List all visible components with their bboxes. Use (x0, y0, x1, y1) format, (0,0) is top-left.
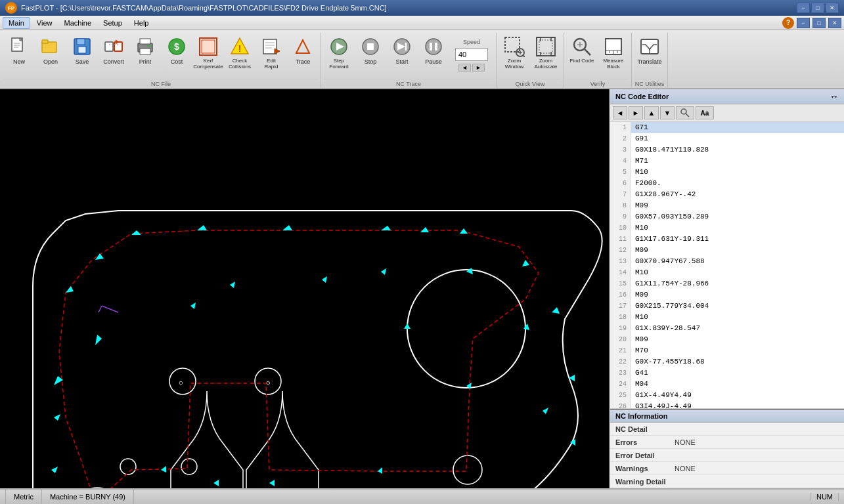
kerf-button[interactable]: KerfCompensate (193, 33, 223, 77)
nc-code-line[interactable]: 7G1X28.967Y-.42 (610, 189, 844, 200)
nc-code-line[interactable]: 9G0X57.093Y150.289 (610, 211, 844, 222)
nc-code-line[interactable]: 20M09 (610, 334, 844, 345)
check-collisions-button[interactable]: ! CheckCollisions (225, 33, 255, 77)
trace-button[interactable]: Trace (288, 33, 318, 77)
zoom-window-label: ZoomWindow (505, 58, 523, 70)
svg-text:$: $ (174, 41, 179, 52)
find-code-button[interactable]: Find Code (567, 33, 597, 77)
nc-redo-button[interactable]: ► (629, 106, 643, 119)
nc-up-button[interactable]: ▲ (644, 106, 659, 119)
nc-error-detail-label: Error Detail (615, 452, 675, 459)
speed-label: Speed (463, 39, 480, 45)
nc-code-line[interactable]: 8M09 (610, 200, 844, 211)
nc-line-number: 6 (610, 178, 631, 189)
nc-code-line[interactable]: 25G1X-4.49Y4.49 (610, 390, 844, 401)
svg-point-16 (148, 45, 150, 47)
nc-line-code: G1X11.754Y-28.966 (631, 278, 844, 289)
nc-line-code: M09 (631, 334, 844, 345)
nc-editor-pin[interactable]: ↔ (830, 91, 839, 102)
nc-code-line[interactable]: 24M04 (610, 379, 844, 390)
print-button[interactable]: Print (130, 33, 160, 77)
nc-code-line[interactable]: 1G71 (610, 122, 844, 133)
help-icon-button[interactable]: ? (782, 17, 794, 29)
nc-find-button[interactable] (676, 106, 694, 119)
cost-label: Cost (171, 58, 183, 66)
stop-button[interactable]: Stop (355, 33, 386, 77)
nc-case-button[interactable]: Aa (696, 106, 714, 119)
menu-help[interactable]: Help (129, 18, 154, 28)
cost-button[interactable]: $ Cost (162, 33, 192, 77)
check-collisions-icon: ! (229, 36, 250, 57)
verify-buttons: Find Code MeasureBlock (567, 33, 629, 77)
svg-rect-8 (77, 39, 85, 45)
nc-code-line[interactable]: 10M10 (610, 222, 844, 234)
menu-minimize-button[interactable]: − (797, 18, 810, 28)
nc-down-button[interactable]: ▼ (660, 106, 675, 119)
open-button[interactable]: Open (35, 33, 66, 77)
close-button[interactable]: ✕ (826, 3, 839, 13)
edit-rapid-button[interactable]: EditRapid (256, 33, 286, 77)
translate-button[interactable]: Translate (634, 33, 665, 77)
kerf-icon (198, 36, 219, 57)
step-forward-button[interactable]: StepForward (324, 33, 354, 77)
nc-undo-button[interactable]: ◄ (613, 106, 627, 119)
convert-button[interactable]: Convert (99, 33, 129, 77)
new-button[interactable]: New (4, 33, 34, 77)
titlebar-controls[interactable]: − □ ✕ (797, 3, 839, 13)
menu-main[interactable]: Main (3, 17, 30, 29)
svg-rect-6 (42, 40, 48, 43)
menu-close-button[interactable]: ✕ (828, 18, 841, 28)
nc-code-line[interactable]: 14M10 (610, 267, 844, 278)
save-button[interactable]: Save (67, 33, 97, 77)
nc-information: NC Information NC Detail Errors NONE Err… (610, 409, 844, 488)
menu-machine[interactable]: Machine (59, 18, 97, 28)
stop-label: Stop (365, 58, 377, 66)
nc-line-code: M09 (631, 289, 844, 301)
stop-icon (360, 36, 381, 57)
menu-view[interactable]: View (32, 18, 58, 28)
speed-input[interactable] (455, 48, 488, 61)
speed-arrows: ◄ ► (458, 64, 485, 72)
restore-button[interactable]: □ (811, 3, 824, 13)
nc-line-code: G41 (631, 368, 844, 379)
svg-point-37 (426, 39, 441, 54)
nc-code-line[interactable]: 19G1X.839Y-28.547 (610, 323, 844, 334)
pause-button[interactable]: Pause (418, 33, 449, 77)
nc-code-line[interactable]: 22G0X-77.455Y18.68 (610, 356, 844, 368)
nc-code-line[interactable]: 26G3I4.49J-4.49 (610, 401, 844, 409)
speed-down[interactable]: ◄ (458, 64, 471, 72)
nc-code-line[interactable]: 13G0X70.947Y67.588 (610, 256, 844, 267)
measure-block-button[interactable]: MeasureBlock (598, 33, 629, 77)
svg-line-106 (686, 114, 689, 117)
minimize-button[interactable]: − (797, 3, 810, 13)
nc-line-number: 3 (610, 144, 631, 156)
nc-line-code: G3I4.49J-4.49 (631, 401, 844, 409)
nc-code-line[interactable]: 3G0X18.471Y110.828 (610, 144, 844, 156)
svg-marker-28 (296, 40, 309, 53)
zoom-window-button[interactable]: ZoomWindow (499, 33, 529, 77)
drawing-canvas[interactable]: ⊙ ⊙ (0, 89, 609, 488)
nc-code-line[interactable]: 11G1X17.631Y-19.311 (610, 234, 844, 245)
nc-editor-title-text: NC Code Editor (615, 93, 669, 100)
nc-code-line[interactable]: 18M10 (610, 312, 844, 323)
nc-utilities-label: NC Utilities (634, 79, 665, 89)
nc-code-line[interactable]: 23G41 (610, 368, 844, 379)
menu-setup[interactable]: Setup (98, 18, 127, 28)
status-machine: Machine = BURNY (49) (42, 490, 134, 504)
nc-line-code: M10 (631, 167, 844, 178)
nc-code-line[interactable]: 12M09 (610, 245, 844, 256)
nc-code-line[interactable]: 17G0X215.779Y34.004 (610, 301, 844, 312)
nc-code-line[interactable]: 15G1X11.754Y-28.966 (610, 278, 844, 289)
zoom-autoscale-button[interactable]: ZoomAutoscale (531, 33, 561, 77)
nc-code-line[interactable]: 4M71 (610, 156, 844, 167)
nc-code-line[interactable]: 2G91 (610, 133, 844, 144)
nc-code-line[interactable]: 5M10 (610, 167, 844, 178)
nc-code-line[interactable]: 16M09 (610, 289, 844, 301)
nc-code-line[interactable]: 6F2000. (610, 178, 844, 189)
start-button[interactable]: Start (387, 33, 417, 77)
speed-up[interactable]: ► (472, 64, 485, 72)
nc-code-line[interactable]: 21M70 (610, 345, 844, 356)
menu-restore-button[interactable]: □ (812, 18, 826, 28)
nc-line-number: 20 (610, 334, 631, 345)
nc-code-list[interactable]: 1G712G913G0X18.471Y110.8284M715M106F2000… (610, 122, 844, 409)
